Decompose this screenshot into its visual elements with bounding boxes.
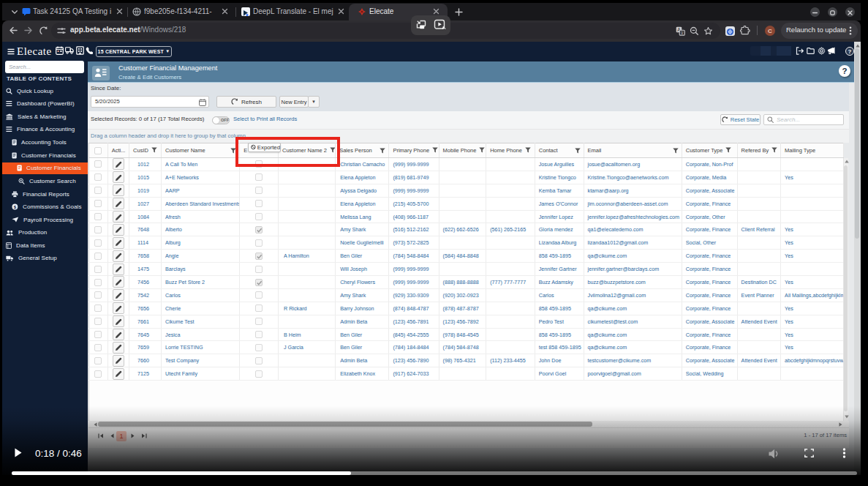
svg-text:$: $	[14, 205, 17, 209]
svg-text:文: 文	[680, 31, 684, 35]
